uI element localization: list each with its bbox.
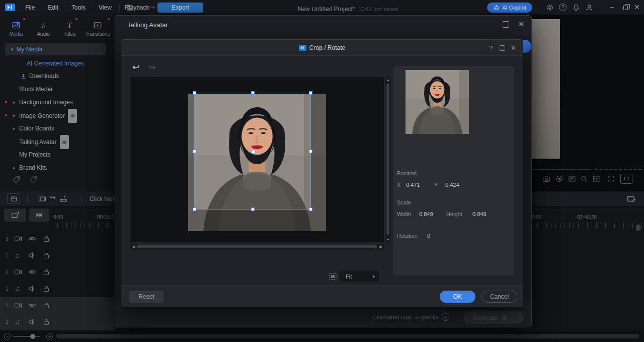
speaker-mute-icon[interactable] bbox=[28, 251, 36, 259]
fit-dropdown[interactable]: Fit ▾ bbox=[340, 271, 379, 282]
undo-icon[interactable]: ↩ bbox=[138, 3, 144, 12]
film-roll-icon[interactable] bbox=[38, 195, 46, 203]
eye-visibility-icon[interactable] bbox=[28, 268, 36, 276]
tag-add-icon[interactable] bbox=[12, 175, 21, 184]
account-user-icon[interactable] bbox=[585, 4, 593, 12]
cancel-button[interactable]: Cancel bbox=[481, 291, 517, 303]
add-track-button[interactable] bbox=[4, 209, 26, 222]
zoom-slider-track[interactable] bbox=[13, 336, 40, 337]
sidebar-item-talking-avatar[interactable]: Talking AvatarAI bbox=[0, 135, 115, 148]
scrollbar-thumb[interactable] bbox=[137, 245, 377, 248]
crop-handle-se[interactable] bbox=[309, 208, 312, 211]
sidebar-item-stock-media[interactable]: Stock Media bbox=[0, 83, 115, 96]
window-minimize-button[interactable]: − bbox=[610, 4, 614, 11]
crop-handle-nw[interactable] bbox=[193, 91, 196, 95]
record-icon[interactable] bbox=[555, 175, 564, 183]
window-restore-button[interactable] bbox=[623, 6, 628, 10]
tab-transitions[interactable]: Transitions bbox=[83, 17, 113, 40]
lock-icon[interactable] bbox=[42, 318, 50, 326]
crop-handle-sw[interactable] bbox=[193, 208, 196, 211]
height-value[interactable]: 0.849 bbox=[472, 211, 487, 217]
split-view-icon[interactable] bbox=[592, 175, 601, 183]
crop-handle-w[interactable] bbox=[193, 150, 196, 153]
speaker-mute-icon[interactable] bbox=[28, 318, 36, 326]
ruler-adjust-icon[interactable] bbox=[59, 195, 67, 203]
toolbox-icon[interactable] bbox=[7, 193, 20, 204]
redo-icon[interactable]: ↪ bbox=[148, 62, 155, 73]
crop-handle-n[interactable] bbox=[251, 91, 255, 95]
info-icon[interactable]: i bbox=[442, 313, 449, 321]
rotation-value[interactable]: 0 bbox=[427, 233, 430, 239]
zoom-slider-handle[interactable] bbox=[30, 334, 35, 339]
scroll-left-icon[interactable]: ◀ bbox=[132, 245, 134, 249]
crop-handle-s[interactable] bbox=[251, 208, 255, 211]
scrollbar-thumb[interactable] bbox=[386, 84, 389, 235]
menu-tools[interactable]: Tools bbox=[70, 4, 87, 11]
undo-icon[interactable]: ↩ bbox=[132, 62, 139, 73]
eye-visibility-icon[interactable] bbox=[28, 301, 36, 309]
render-preview-icon[interactable] bbox=[627, 194, 636, 203]
aspect-ratio-button[interactable]: 1:1 bbox=[620, 174, 632, 184]
tab-media[interactable]: Media bbox=[3, 17, 29, 40]
crop-selection-box[interactable] bbox=[194, 93, 311, 210]
export-button[interactable]: Export bbox=[157, 3, 203, 13]
ai-copilot-button[interactable]: AI Copilot bbox=[487, 3, 532, 13]
zoom-in-icon[interactable]: + bbox=[46, 333, 53, 339]
crop-handle-ne[interactable] bbox=[309, 91, 312, 95]
canvas-vertical-scrollbar[interactable]: ▲ ▼ bbox=[385, 77, 391, 242]
lock-icon[interactable] bbox=[42, 268, 50, 276]
menu-edit[interactable]: Edit bbox=[47, 4, 59, 11]
window-close-button[interactable]: ✕ bbox=[634, 4, 640, 11]
y-value[interactable]: 0.424 bbox=[445, 182, 459, 188]
canvas-horizontal-scrollbar[interactable]: ◀ ▶ bbox=[130, 244, 384, 250]
sidebar-item-my-projects[interactable]: My Projects bbox=[0, 148, 115, 161]
markers-list-icon[interactable] bbox=[568, 175, 576, 183]
tab-audio[interactable]: ♫ Audio bbox=[30, 17, 56, 40]
notifications-bell-icon[interactable] bbox=[572, 4, 580, 12]
crop-handle-e[interactable] bbox=[309, 150, 312, 153]
dialog-maximize-button[interactable] bbox=[500, 45, 505, 51]
timeline-scrollbar[interactable] bbox=[56, 334, 639, 338]
reset-button[interactable]: Reset bbox=[129, 291, 164, 303]
dialog-maximize-button[interactable] bbox=[503, 21, 509, 28]
my-media-header[interactable]: ▾ My Media bbox=[5, 43, 106, 55]
save-icon[interactable] bbox=[126, 4, 134, 12]
settings-gear-icon[interactable] bbox=[546, 4, 554, 12]
sidebar-item-color-boards[interactable]: ▸ Color Boards bbox=[0, 122, 115, 135]
snap-button[interactable] bbox=[29, 209, 49, 222]
width-value[interactable]: 0.849 bbox=[419, 211, 433, 217]
seek-bar[interactable] bbox=[532, 169, 591, 170]
crop-center-anchor[interactable] bbox=[251, 150, 256, 154]
click-here-tip[interactable]: Click here bbox=[90, 195, 116, 202]
lock-icon[interactable] bbox=[42, 235, 50, 243]
preview-zoom-icon[interactable] bbox=[580, 175, 588, 183]
sidebar-item-background-images[interactable]: ▸ Background Images bbox=[0, 96, 115, 109]
eye-visibility-icon[interactable] bbox=[28, 235, 36, 243]
sidebar-item-downloads[interactable]: Downloads bbox=[0, 70, 115, 83]
dialog-close-button[interactable]: ✕ bbox=[518, 20, 525, 29]
generate-button[interactable]: Generate -- bbox=[463, 311, 524, 324]
ok-button[interactable]: OK bbox=[440, 291, 475, 303]
sidebar-item-image-generator[interactable]: ▸ Image GeneratorAI bbox=[0, 109, 115, 122]
tab-titles[interactable]: T Titles bbox=[56, 17, 83, 40]
speaker-mute-icon[interactable] bbox=[28, 285, 36, 293]
x-value[interactable]: 0.471 bbox=[406, 182, 420, 188]
curve-arrow-icon[interactable]: ↪ bbox=[50, 193, 56, 201]
redo-icon[interactable]: ↪ bbox=[149, 3, 155, 12]
lock-icon[interactable] bbox=[42, 285, 50, 293]
sidebar-item-ai-generated-images[interactable]: AI Generated Images bbox=[0, 57, 115, 70]
menu-file[interactable]: File bbox=[24, 4, 36, 11]
scroll-down-icon[interactable]: ▼ bbox=[386, 238, 390, 241]
snapshot-camera-icon[interactable] bbox=[542, 175, 550, 183]
menu-view[interactable]: View bbox=[98, 4, 113, 11]
sidebar-item-brand-kits[interactable]: ▸ Brand Kits bbox=[0, 161, 115, 174]
fullscreen-expand-icon[interactable] bbox=[607, 175, 615, 183]
help-icon[interactable]: ? bbox=[559, 4, 567, 11]
scroll-right-icon[interactable]: ▶ bbox=[380, 245, 382, 249]
scroll-up-icon[interactable]: ▲ bbox=[386, 78, 390, 82]
app-logo-icon[interactable] bbox=[5, 4, 15, 11]
track-scrollbar-thumb[interactable] bbox=[636, 225, 640, 231]
lock-icon[interactable] bbox=[42, 301, 50, 309]
tag-remove-icon[interactable] bbox=[29, 175, 38, 184]
help-icon[interactable]: ? bbox=[489, 44, 493, 52]
